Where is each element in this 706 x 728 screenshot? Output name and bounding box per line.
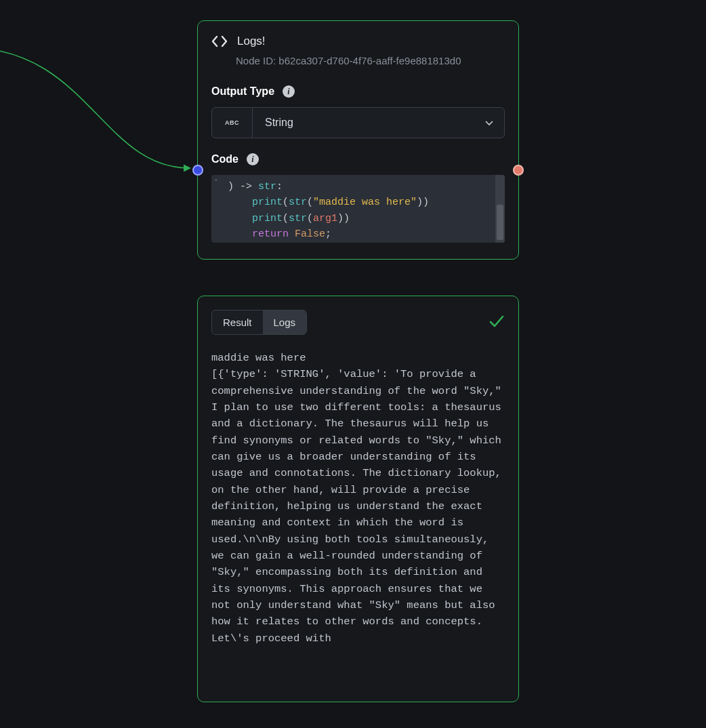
tab-result[interactable]: Result: [212, 310, 263, 334]
canvas[interactable]: Logs! Node ID: b62ca307-d760-4f76-aaff-f…: [0, 0, 706, 728]
node-title: Logs!: [237, 35, 266, 48]
code-editor[interactable]: ˅ ) -> str: print(str("maddie was here")…: [211, 175, 505, 243]
fold-gutter-icon[interactable]: ˅: [214, 178, 218, 189]
node-id-label: Node ID: b62ca307-d760-4f76-aaff-fe9e881…: [236, 55, 505, 66]
output-port[interactable]: [513, 165, 524, 176]
input-port[interactable]: [192, 165, 203, 176]
code-node-panel[interactable]: Logs! Node ID: b62ca307-d760-4f76-aaff-f…: [197, 20, 519, 260]
abc-icon: ABC: [225, 119, 239, 126]
code-label-row: Code i: [211, 153, 505, 165]
result-panel[interactable]: Result Logs maddie was here [{'type': 'S…: [197, 296, 519, 702]
log-output[interactable]: maddie was here [{'type': 'STRING', 'val…: [211, 350, 505, 695]
info-icon[interactable]: i: [283, 85, 295, 98]
info-icon[interactable]: i: [247, 153, 259, 165]
result-tabs: Result Logs: [211, 310, 307, 335]
tab-logs[interactable]: Logs: [263, 310, 307, 334]
chevron-down-icon: [485, 117, 504, 129]
output-type-label-row: Output Type i: [211, 85, 505, 98]
type-badge: ABC: [212, 108, 253, 138]
node-header: Logs!: [211, 35, 505, 48]
code-scrollbar[interactable]: [495, 175, 505, 243]
code-scrollbar-thumb[interactable]: [497, 205, 503, 240]
code-icon: [211, 35, 228, 47]
code-content[interactable]: ) -> str: print(str("maddie was here")) …: [214, 179, 502, 242]
output-type-value: String: [253, 117, 485, 129]
code-label: Code: [211, 153, 238, 165]
output-type-select[interactable]: ABC String: [211, 107, 505, 138]
output-type-label: Output Type: [211, 85, 274, 98]
success-check-icon: [489, 315, 505, 331]
